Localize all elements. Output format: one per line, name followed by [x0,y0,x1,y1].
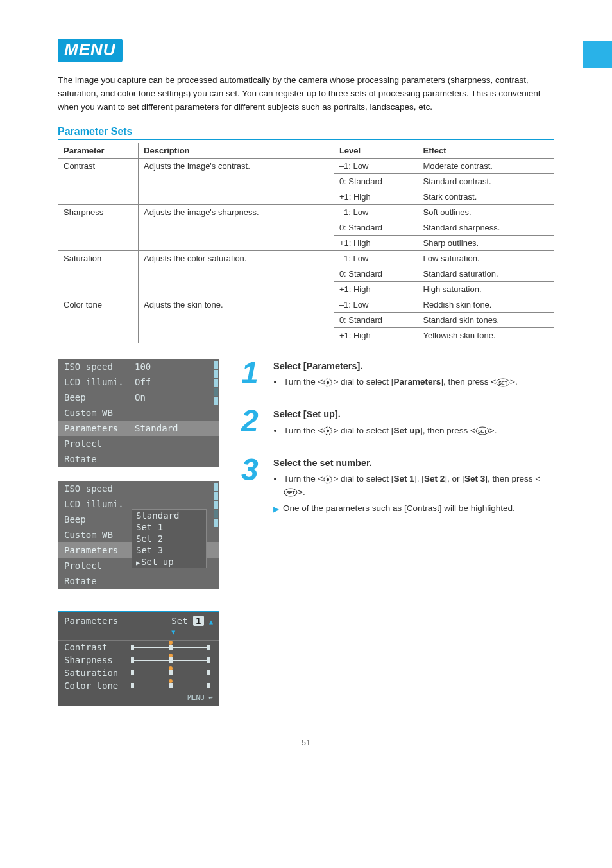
lcd-row: ParametersStandard [58,421,219,436]
param-level: –1: Low [334,158,418,173]
param-effect: Standard skin tones. [418,312,554,327]
step: 1Select [Parameters].Turn the <> dial to… [241,359,554,392]
param-level: 0: Standard [334,266,418,281]
lcd-row: LCD illumi.Off [58,374,219,390]
param-name: Color tone [58,297,139,343]
menu-badge: MENU [58,39,123,62]
step-instruction: Turn the <> dial to select [Parameters],… [284,376,554,389]
param-level: 0: Standard [334,312,418,327]
param-level: +1: High [334,327,418,343]
intro-text: The image you capture can be processed a… [58,74,554,114]
quick-control-dial-icon [323,376,333,389]
param-effect: Soft outlines. [418,204,554,220]
lcd-row: Protect [58,436,219,451]
step-title: Select the set number. [273,456,554,470]
lcd-row: Custom WB [58,405,219,421]
lcd3-title: Parameters [64,616,118,636]
lcd-submenu-option: Set 1 [132,521,206,533]
col-level: Level [334,143,418,158]
page-header: MENU Selecting the Processing Parameters [58,39,554,62]
lcd-row: ISO speed [58,481,219,496]
param-level: +1: High [334,235,418,250]
step-result: ▶One of the parameters such as [Contrast… [273,502,554,516]
param-effect: Stark contrast. [418,189,554,204]
param-effect: Reddish skin tone. [418,297,554,312]
svg-point-1 [327,381,329,383]
scrollbar [214,361,218,464]
lcd3-param-row: Saturation [58,666,219,679]
parameters-table: Parameter Description Level Effect Contr… [58,143,554,343]
lcd-row: Rotate [58,451,219,467]
page-number: 51 [58,738,554,747]
param-level: +1: High [334,281,418,297]
step: 3Select the set number.Turn the <> dial … [241,456,554,516]
lcd-submenu-option: Set up [132,556,206,568]
step: 2Select [Set up].Turn the <> dial to sel… [241,407,554,440]
param-effect: Low saturation. [418,250,554,266]
param-level: 0: Standard [334,173,418,189]
svg-point-9 [327,478,329,480]
step-title: Select [Set up]. [273,407,554,421]
scrollbar [214,483,218,586]
param-effect: Standard sharpness. [418,220,554,235]
param-level: 0: Standard [334,220,418,235]
param-desc: Adjusts the color saturation. [139,250,334,297]
param-level: +1: High [334,189,418,204]
parameter-sets-heading: Parameter Sets [58,126,554,140]
param-effect: Standard saturation. [418,266,554,281]
col-description: Description [139,143,334,158]
param-level: –1: Low [334,250,418,266]
param-level: –1: Low [334,204,418,220]
param-name: Saturation [58,250,139,297]
step-number: 1 [241,359,264,392]
step-instruction: Turn the <> dial to select [Set up], the… [284,424,554,438]
param-name: Contrast [58,158,139,204]
lcd3-param-row: Sharpness [58,654,219,666]
svg-text:SET: SET [286,490,295,495]
param-effect: Sharp outlines. [418,235,554,250]
section-tab [583,41,612,68]
lcd3-set-label: Set [171,616,187,626]
page-title: Selecting the Processing Parameters [129,40,423,60]
lcd3-set-number: 1 [193,616,203,626]
lcd-screenshot-2: ISO speedLCD illumi.BeepCustom WBParamet… [58,481,219,589]
lcd-submenu-option: Set 2 [132,533,206,544]
lcd-screenshot-3: Parameters Set 1 ▲▼ ContrastSharpnessSat… [58,611,219,706]
param-effect: Yellowish skin tone. [418,327,554,343]
step-instruction: Turn the <> dial to select [Set 1], [Set… [284,473,554,499]
col-parameter: Parameter [58,143,139,158]
step-number: 3 [241,456,264,516]
param-level: –1: Low [334,297,418,312]
quick-control-dial-icon [323,473,333,486]
param-desc: Adjusts the image's sharpness. [139,204,334,250]
col-effect: Effect [418,143,554,158]
lcd3-param-row: Contrast [58,641,219,654]
lcd-submenu-option: Set 3 [132,544,206,556]
param-effect: Moderate contrast. [418,158,554,173]
svg-text:SET: SET [478,429,487,433]
param-desc: Adjusts the image's contrast. [139,158,334,204]
set-button-icon: SET [475,424,489,438]
param-name: Sharpness [58,204,139,250]
step-number: 2 [241,407,264,440]
set-button-icon: SET [284,486,298,499]
svg-point-5 [327,430,329,432]
quick-control-dial-icon [323,424,333,438]
set-button-icon: SET [496,376,510,389]
lcd-row: BeepOn [58,390,219,405]
lcd-submenu: StandardSet 1Set 2Set 3Set up [132,509,207,568]
lcd3-param-row: Color tone [58,679,219,692]
lcd-row: ISO speed100 [58,359,219,374]
lcd-row: Rotate [58,573,219,589]
lcd-submenu-option: Standard [132,510,206,521]
step-title: Select [Parameters]. [273,359,554,373]
lcd3-footer: MENU ↩ [58,692,219,702]
svg-text:SET: SET [498,380,507,385]
param-effect: High saturation. [418,281,554,297]
param-desc: Adjusts the skin tone. [139,297,334,343]
param-effect: Standard contrast. [418,173,554,189]
lcd-screenshot-1: ISO speed100LCD illumi.OffBeepOnCustom W… [58,359,219,467]
